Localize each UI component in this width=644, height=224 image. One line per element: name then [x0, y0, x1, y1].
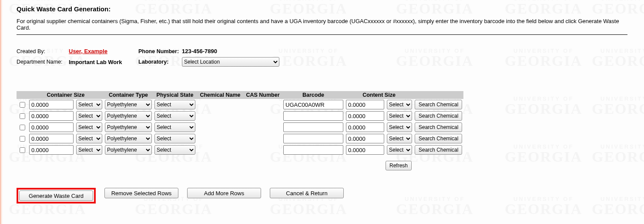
table-row: SelectPolyethyleneSelectSelectSearch Che…	[17, 110, 463, 122]
refresh-button[interactable]: Refresh	[386, 161, 412, 170]
page-title: Quick Waste Card Generation:	[17, 5, 627, 13]
barcode-input[interactable]	[283, 111, 343, 121]
lab-label: Laboratory:	[138, 59, 182, 65]
container-type-select[interactable]: Polyethylene	[105, 111, 152, 121]
container-type-select[interactable]: Polyethylene	[105, 122, 152, 132]
created-by-label: Created By:	[17, 48, 69, 54]
waste-table: Container Size Container Type Physical S…	[17, 91, 463, 156]
search-chemical-button[interactable]: Search Chemical	[415, 100, 462, 109]
table-row: SelectPolyethyleneSelectSelectSearch Che…	[17, 99, 463, 110]
table-row: SelectPolyethyleneSelectSelectSearch Che…	[17, 144, 463, 156]
container-size-unit-select[interactable]: Select	[76, 111, 102, 121]
generate-waste-card-button[interactable]: Generate Waste Card	[19, 190, 93, 201]
col-cas-number: CAS Number	[244, 91, 282, 99]
created-by-value: User, Example	[69, 48, 138, 54]
cas-number-cell	[244, 99, 282, 110]
physical-state-select[interactable]: Select	[154, 134, 195, 143]
container-size-unit-select[interactable]: Select	[76, 122, 102, 132]
col-container-type: Container Type	[104, 91, 153, 99]
row-checkbox[interactable]	[20, 125, 25, 130]
chemical-name-cell	[197, 144, 244, 156]
cas-number-cell	[244, 133, 282, 144]
generate-highlight-box: Generate Waste Card	[17, 188, 96, 204]
chemical-name-cell	[197, 99, 244, 110]
container-size-unit-select[interactable]: Select	[76, 100, 102, 109]
col-container-size: Container Size	[28, 91, 104, 99]
col-barcode: Barcode	[282, 91, 345, 99]
table-row: SelectPolyethyleneSelectSelectSearch Che…	[17, 122, 463, 133]
col-checkbox	[17, 91, 28, 99]
dept-value: Important Lab Work	[69, 59, 138, 65]
container-size-unit-select[interactable]: Select	[76, 134, 102, 143]
container-size-input[interactable]	[29, 122, 74, 132]
cas-number-cell	[244, 110, 282, 122]
container-type-select[interactable]: Polyethylene	[105, 100, 152, 109]
container-type-select[interactable]: Polyethylene	[105, 134, 152, 143]
content-size-input[interactable]	[346, 145, 384, 155]
cas-number-cell	[244, 122, 282, 133]
table-row: SelectPolyethyleneSelectSelectSearch Che…	[17, 133, 463, 144]
content-size-input[interactable]	[346, 111, 384, 121]
search-chemical-button[interactable]: Search Chemical	[415, 122, 462, 132]
barcode-input[interactable]	[283, 145, 343, 155]
instructions-text: For original supplier chemical container…	[17, 18, 627, 31]
content-size-unit-select[interactable]: Select	[387, 100, 412, 109]
search-chemical-button[interactable]: Search Chemical	[415, 145, 462, 155]
col-chemical-name: Chemical Name	[197, 91, 244, 99]
physical-state-select[interactable]: Select	[154, 100, 195, 109]
col-content-size: Content Size	[345, 91, 413, 99]
content-size-unit-select[interactable]: Select	[387, 111, 412, 121]
physical-state-select[interactable]: Select	[154, 111, 195, 121]
barcode-input[interactable]	[283, 122, 343, 132]
content-size-input[interactable]	[346, 100, 384, 109]
container-type-select[interactable]: Polyethylene	[105, 145, 152, 155]
row-checkbox[interactable]	[20, 136, 25, 142]
remove-selected-rows-button[interactable]: Remove Selected Rows	[104, 188, 178, 198]
content-size-unit-select[interactable]: Select	[387, 134, 412, 143]
barcode-input[interactable]	[283, 134, 343, 143]
content-size-input[interactable]	[346, 134, 384, 143]
physical-state-select[interactable]: Select	[154, 122, 195, 132]
chemical-name-cell	[197, 110, 244, 122]
row-checkbox[interactable]	[20, 102, 25, 108]
laboratory-select[interactable]: Select Location	[182, 57, 279, 67]
container-size-input[interactable]	[29, 145, 74, 155]
content-size-unit-select[interactable]: Select	[387, 122, 412, 132]
content-size-input[interactable]	[346, 122, 384, 132]
cas-number-cell	[244, 144, 282, 156]
created-by-link[interactable]: User, Example	[69, 48, 107, 54]
chemical-name-cell	[197, 133, 244, 144]
dept-label: Department Name:	[17, 59, 69, 65]
barcode-input[interactable]	[283, 100, 343, 109]
phone-label: Phone Number:	[138, 48, 182, 54]
search-chemical-button[interactable]: Search Chemical	[415, 134, 462, 143]
row-checkbox[interactable]	[20, 113, 25, 119]
add-more-rows-button[interactable]: Add More Rows	[187, 188, 261, 198]
phone-value: 123-456-7890	[182, 48, 217, 54]
container-size-input[interactable]	[29, 100, 74, 109]
divider	[17, 34, 627, 35]
physical-state-select[interactable]: Select	[154, 145, 195, 155]
chemical-name-cell	[197, 122, 244, 133]
container-size-input[interactable]	[29, 111, 74, 121]
cancel-return-button[interactable]: Cancel & Return	[270, 188, 344, 198]
container-size-unit-select[interactable]: Select	[76, 145, 102, 155]
content-size-unit-select[interactable]: Select	[387, 145, 412, 155]
container-size-input[interactable]	[29, 134, 74, 143]
search-chemical-button[interactable]: Search Chemical	[415, 111, 462, 121]
col-action	[413, 91, 463, 99]
row-checkbox[interactable]	[20, 147, 25, 153]
col-physical-state: Physical State	[153, 91, 197, 99]
